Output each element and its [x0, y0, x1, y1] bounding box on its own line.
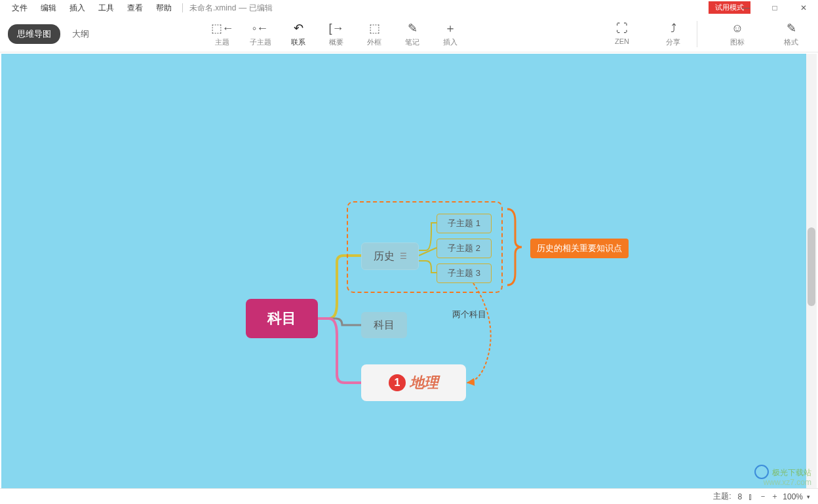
menu-edit[interactable]: 编辑	[34, 3, 63, 14]
far-right-tools: ☺图标 ✎格式	[718, 20, 810, 47]
tool-icons[interactable]: ☺图标	[718, 20, 756, 47]
tool-label: 概要	[329, 37, 343, 47]
relationship-label[interactable]: 两个科目	[452, 309, 486, 320]
watermark-text1: 极光下载站	[772, 468, 811, 477]
tool-label: 插入	[443, 37, 458, 47]
tool-label: 外框	[367, 37, 381, 47]
view-mindmap[interactable]: 思维导图	[8, 24, 60, 44]
scrollbar-vertical[interactable]	[806, 54, 817, 488]
divider	[182, 3, 183, 12]
priority-icon: 1	[389, 374, 406, 391]
relationship-icon: ↶	[294, 20, 303, 36]
tool-label: 联系	[291, 37, 305, 47]
tool-label: ZEN	[615, 37, 629, 45]
chevron-down-icon[interactable]: ▾	[807, 494, 810, 500]
plus-icon: ＋	[444, 20, 456, 36]
connectors	[1, 54, 806, 488]
topic-label: 历史	[374, 250, 395, 263]
note-icon: ✎	[408, 20, 418, 36]
watermark-logo-icon	[754, 465, 769, 479]
menubar: 文件 编辑 插入 工具 查看 帮助 未命名.xmind — 已编辑	[0, 0, 818, 16]
zoom-in-button[interactable]: ＋	[771, 491, 779, 502]
topic-icon: ⬚←	[211, 20, 234, 36]
view-toggle: 思维导图 大纲	[8, 24, 98, 44]
subtopic-2[interactable]: 子主题 2	[437, 239, 492, 258]
menu-tools[interactable]: 工具	[92, 3, 121, 14]
summary-brace	[506, 208, 523, 286]
divider	[697, 21, 697, 47]
smiley-icon: ☺	[731, 20, 743, 36]
notes-icon[interactable]: ☰	[400, 252, 407, 261]
central-topic[interactable]: 科目	[246, 299, 318, 338]
tool-label: 子主题	[250, 37, 271, 47]
tool-subtopic[interactable]: ◦←子主题	[241, 20, 279, 47]
tool-relationship[interactable]: ↶联系	[279, 20, 317, 47]
watermark-text2: www.xz7.com	[764, 478, 811, 487]
subtopic-1[interactable]: 子主题 1	[437, 214, 492, 233]
tool-note[interactable]: ✎笔记	[393, 20, 431, 47]
zoom-control: － ＋ 100% ▾	[759, 491, 810, 502]
maximize-button[interactable]: □	[760, 0, 789, 16]
summary-topic[interactable]: 历史的相关重要知识点	[530, 239, 629, 258]
watermark: 极光下载站 www.xz7.com	[754, 461, 811, 487]
topic-count-label: 主题:	[713, 491, 731, 502]
tool-boundary[interactable]: ⬚外框	[355, 20, 393, 47]
topic-count: 8	[738, 492, 743, 501]
window-controls: — □ ✕	[731, 0, 818, 16]
file-name: 未命名.xmind	[189, 3, 236, 14]
tool-label: 格式	[784, 37, 798, 47]
zen-icon: ⛶	[616, 20, 628, 36]
toolbar: 思维导图 大纲 ⬚←主题 ◦←子主题 ↶联系 [→概要 ⬚外框 ✎笔记 ＋插入 …	[0, 16, 818, 52]
topic-history[interactable]: 历史 ☰	[361, 242, 419, 270]
subtopic-icon: ◦←	[252, 20, 268, 36]
tool-summary[interactable]: [→概要	[317, 20, 355, 47]
topic-subject[interactable]: 科目	[361, 312, 407, 338]
statusbar: 主题: 8 ⫿ － ＋ 100% ▾	[0, 488, 818, 504]
zoom-level[interactable]: 100%	[783, 492, 803, 501]
share-icon: ⤴	[671, 20, 676, 36]
subtopic-3[interactable]: 子主题 3	[437, 263, 492, 283]
menu-view[interactable]: 查看	[121, 3, 149, 14]
tool-share[interactable]: ⤴分享	[657, 20, 689, 47]
tool-format[interactable]: ✎格式	[772, 20, 810, 47]
topic-geography[interactable]: 1 地理	[361, 364, 466, 401]
canvas[interactable]: 科目 历史 ☰ 科目 1 地理 子主题 1 子主题 2 子主题 3 历史的相关重…	[1, 54, 806, 488]
menu-file[interactable]: 文件	[5, 3, 34, 14]
menu-insert[interactable]: 插入	[63, 3, 92, 14]
topic-label: 地理	[410, 373, 438, 393]
close-button[interactable]: ✕	[789, 0, 818, 16]
scrollbar-thumb[interactable]	[808, 227, 815, 306]
boundary-icon: ⬚	[369, 20, 380, 36]
menu-help[interactable]: 帮助	[149, 3, 178, 14]
map-overview-icon[interactable]: ⫿	[749, 492, 752, 501]
minimize-button[interactable]: —	[731, 0, 760, 16]
tool-topic[interactable]: ⬚←主题	[203, 20, 241, 47]
tool-group: ⬚←主题 ◦←子主题 ↶联系 [→概要 ⬚外框 ✎笔记 ＋插入	[203, 20, 469, 47]
format-icon: ✎	[787, 20, 796, 36]
tool-label: 主题	[215, 37, 229, 47]
tool-label: 分享	[666, 37, 680, 47]
tool-insert[interactable]: ＋插入	[431, 20, 469, 47]
tool-label: 图标	[730, 37, 745, 47]
tool-label: 笔记	[405, 37, 419, 47]
right-tools: ⛶ZEN ⤴分享	[606, 20, 689, 47]
view-outline[interactable]: 大纲	[63, 24, 98, 44]
summary-icon: [→	[328, 20, 343, 36]
zoom-out-button[interactable]: －	[759, 491, 767, 502]
tool-zen[interactable]: ⛶ZEN	[606, 20, 638, 47]
edit-status: — 已编辑	[239, 3, 272, 14]
